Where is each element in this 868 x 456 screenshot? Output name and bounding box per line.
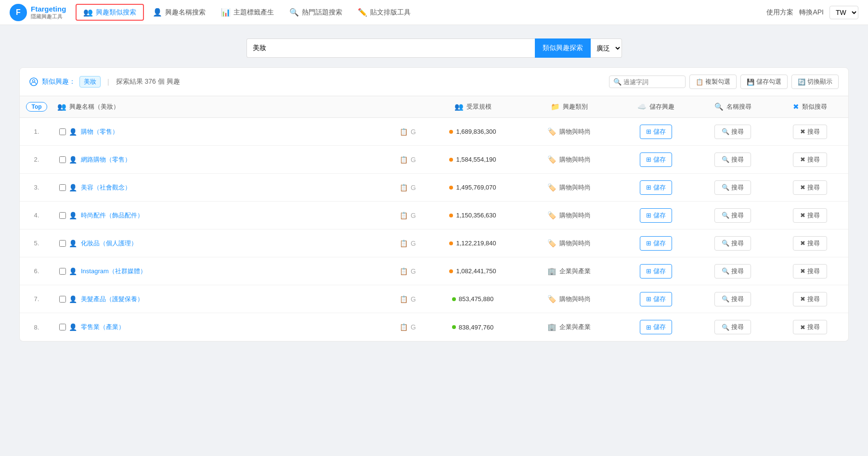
- category-cell: 🏷️ 購物與時尚: [521, 124, 617, 140]
- google-row-icon[interactable]: G: [411, 323, 416, 331]
- similar-search-button[interactable]: ✖ 搜尋: [793, 236, 827, 251]
- save-selected-button[interactable]: 💾 儲存勾選: [740, 75, 788, 89]
- interest-cell: 👤 時尚配件（飾品配件） 📋 G: [59, 211, 421, 220]
- nav-item-interest-name[interactable]: 👤 興趣名稱搜索: [146, 5, 212, 20]
- similar-search-button[interactable]: ✖ 搜尋: [793, 125, 827, 139]
- category-icon: 🏷️: [547, 211, 557, 220]
- copy-row-icon[interactable]: 📋: [400, 267, 408, 275]
- th-top: Top: [20, 102, 53, 112]
- similar-search-label: 搜尋: [807, 295, 820, 304]
- google-row-icon[interactable]: G: [411, 212, 416, 219]
- similar-search-icon: ✖: [800, 324, 805, 331]
- interest-name[interactable]: 化妝品（個人護理）: [81, 239, 137, 248]
- person-icon: 👤: [69, 295, 77, 303]
- name-search-btn-cell: 🔍 搜尋: [694, 149, 771, 171]
- name-search-button[interactable]: 🔍 搜尋: [714, 292, 751, 306]
- copy-row-icon[interactable]: 📋: [400, 128, 408, 136]
- nav-item-interest-similar[interactable]: 👥 興趣類似搜索: [76, 4, 144, 21]
- nav-label-hot-topic: 熱門話題搜索: [302, 8, 342, 17]
- name-search-button[interactable]: 🔍 搜尋: [714, 236, 751, 251]
- similar-search-button[interactable]: ✖ 搜尋: [793, 152, 827, 167]
- save-interest-button[interactable]: ⊞ 儲存: [640, 208, 672, 223]
- category: 🏷️ 購物與時尚: [547, 295, 591, 304]
- row-checkbox[interactable]: [59, 184, 66, 191]
- google-row-icon[interactable]: G: [411, 128, 416, 136]
- row-checkbox[interactable]: [59, 324, 66, 330]
- row-checkbox[interactable]: [59, 156, 66, 163]
- row-checkbox[interactable]: [59, 296, 66, 303]
- copy-row-icon[interactable]: 📋: [400, 295, 408, 303]
- name-search-btn-cell: 🔍 搜尋: [694, 177, 771, 199]
- interest-name[interactable]: 零售業（產業）: [81, 323, 125, 331]
- google-row-icon[interactable]: G: [411, 267, 416, 275]
- similar-search-button[interactable]: ✖ 搜尋: [793, 180, 827, 195]
- save-interest-button[interactable]: ⊞ 儲存: [640, 264, 672, 279]
- save-interest-button[interactable]: ⊞ 儲存: [640, 152, 672, 167]
- interest-name[interactable]: 美髮產品（護髮保養）: [81, 295, 143, 304]
- name-search-button[interactable]: 🔍 搜尋: [714, 320, 751, 334]
- search-scope-select[interactable]: 廣泛 精準: [591, 38, 622, 58]
- name-search-button[interactable]: 🔍 搜尋: [714, 125, 751, 139]
- interest-name[interactable]: 美容（社會觀念）: [81, 183, 131, 192]
- language-select[interactable]: TW EN: [829, 6, 858, 19]
- category-icon: 🏷️: [547, 127, 557, 136]
- api-link[interactable]: 轉換API: [799, 8, 824, 17]
- save-interest-button[interactable]: ⊞ 儲存: [640, 292, 672, 306]
- logo-sub: 隱藏興趣工具: [31, 13, 66, 20]
- filter-input[interactable]: [623, 78, 681, 86]
- person-icon: 👤: [69, 212, 77, 219]
- interest-name[interactable]: 購物（零售）: [81, 127, 118, 136]
- pricing-link[interactable]: 使用方案: [766, 8, 793, 17]
- row-actions: 📋 G: [400, 212, 421, 219]
- save-interest-button[interactable]: ⊞ 儲存: [640, 180, 672, 195]
- similar-search-icon: ✖: [800, 184, 805, 191]
- audience-size: 838,497,760: [452, 324, 493, 331]
- toggle-display-button[interactable]: 🔄 切換顯示: [791, 75, 839, 89]
- similar-search-button[interactable]: ✖ 搜尋: [793, 320, 827, 334]
- google-row-icon[interactable]: G: [411, 156, 416, 164]
- copy-row-icon[interactable]: 📋: [400, 323, 408, 331]
- search-input[interactable]: [246, 38, 535, 58]
- similar-search-button[interactable]: ✖ 搜尋: [793, 292, 827, 306]
- save-btn-icon: ⊞: [646, 184, 651, 191]
- name-search-button[interactable]: 🔍 搜尋: [714, 208, 751, 223]
- copy-row-icon[interactable]: 📋: [400, 184, 408, 191]
- google-row-icon[interactable]: G: [411, 184, 416, 191]
- nav-item-topic-tag[interactable]: 📊 主題標籤產生: [214, 5, 281, 20]
- copy-selected-button[interactable]: 📋 複製勾選: [689, 75, 737, 89]
- name-search-label: 搜尋: [731, 267, 744, 276]
- google-row-icon[interactable]: G: [411, 240, 416, 247]
- similar-search-button[interactable]: ✖ 搜尋: [793, 264, 827, 279]
- google-row-icon[interactable]: G: [411, 295, 416, 303]
- row-checkbox[interactable]: [59, 240, 66, 247]
- category-label: 企業與產業: [559, 323, 591, 331]
- name-search-button[interactable]: 🔍 搜尋: [714, 180, 751, 195]
- search-button[interactable]: 類似興趣探索: [535, 38, 591, 58]
- interest-name[interactable]: 時尚配件（飾品配件）: [81, 211, 143, 220]
- row-checkbox[interactable]: [59, 268, 66, 275]
- copy-row-icon[interactable]: 📋: [400, 212, 408, 219]
- nav-item-post-layout[interactable]: ✏️ 貼文排版工具: [351, 5, 417, 20]
- save-interest-button[interactable]: ⊞ 儲存: [640, 236, 672, 251]
- interest-name[interactable]: Instagram（社群媒體）: [81, 267, 146, 276]
- row-checkbox[interactable]: [59, 212, 66, 219]
- copy-row-icon[interactable]: 📋: [400, 240, 408, 247]
- audience-size-cell: 1,082,441,750: [425, 264, 521, 279]
- similar-search-button[interactable]: ✖ 搜尋: [793, 208, 827, 223]
- similar-search-icon: ✖: [800, 212, 805, 219]
- audience-value: 838,497,760: [459, 324, 493, 331]
- th-category-icon: 📁: [551, 102, 560, 111]
- row-checkbox[interactable]: [59, 128, 66, 135]
- row-num-cell: 8.: [20, 320, 53, 335]
- audience-size: 1,150,356,630: [449, 212, 496, 219]
- name-search-button[interactable]: 🔍 搜尋: [714, 264, 751, 279]
- name-search-button[interactable]: 🔍 搜尋: [714, 152, 751, 167]
- interest-name[interactable]: 網路購物（零售）: [81, 155, 131, 164]
- table-body: 1. 👤 購物（零售） 📋 G 1,689,836,300: [20, 118, 848, 341]
- category: 🏢 企業與產業: [547, 267, 591, 276]
- audience-value: 1,082,441,750: [456, 267, 496, 275]
- save-interest-button[interactable]: ⊞ 儲存: [640, 125, 672, 139]
- save-interest-button[interactable]: ⊞ 儲存: [640, 320, 672, 334]
- copy-row-icon[interactable]: 📋: [400, 156, 408, 164]
- nav-item-hot-topic[interactable]: 🔍 熱門話題搜索: [283, 5, 349, 20]
